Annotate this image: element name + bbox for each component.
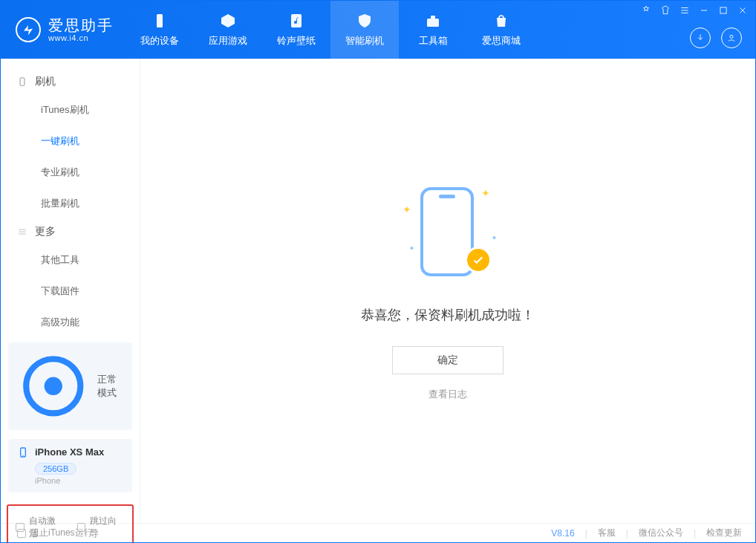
tab-cube[interactable]: 应用游戏 <box>194 1 262 59</box>
svg-point-8 <box>45 377 62 395</box>
sidebar-item[interactable]: 一键刷机 <box>1 126 140 157</box>
mode-panel[interactable]: 正常模式 <box>8 342 132 430</box>
footer-link[interactable]: 客服 <box>598 527 616 539</box>
music-icon <box>287 12 305 30</box>
skin-icon[interactable] <box>660 5 671 16</box>
window-controls <box>641 5 748 16</box>
footer-link[interactable]: 检查更新 <box>706 527 742 539</box>
toolbox-icon <box>424 12 442 30</box>
version-label: V8.16 <box>551 528 574 539</box>
logo-icon <box>16 17 41 42</box>
tab-bag[interactable]: 爱思商城 <box>467 1 535 59</box>
success-illustration: ✦ ✦ • • <box>400 181 496 285</box>
sparkle-icon: ✦ <box>403 204 411 215</box>
sidebar-group-title: 刷机 <box>35 75 56 88</box>
phone-icon <box>17 77 27 87</box>
sidebar-item[interactable]: 高级功能 <box>1 307 140 338</box>
checkbox-icon <box>17 529 26 538</box>
app-name-cn: 爱思助手 <box>48 17 114 33</box>
block-itunes-checkbox[interactable]: 阻止iTunes运行 <box>17 527 93 539</box>
feedback-icon[interactable] <box>641 5 651 16</box>
separator: | <box>585 528 587 539</box>
app-name-en: www.i4.cn <box>48 33 114 42</box>
svg-point-10 <box>22 455 23 455</box>
close-icon[interactable] <box>737 5 748 16</box>
block-itunes-label: 阻止iTunes运行 <box>30 527 93 539</box>
tab-label: 智能刷机 <box>345 34 384 48</box>
sidebar-item[interactable]: 批量刷机 <box>1 188 140 219</box>
top-tabs: 我的设备 应用游戏 铃声壁纸 智能刷机 工具箱 爱思商城 <box>126 1 535 59</box>
separator: | <box>626 528 628 539</box>
success-check-badge <box>465 247 492 273</box>
device-phone-icon <box>17 446 29 458</box>
header: 爱思助手 www.i4.cn 我的设备 应用游戏 铃声壁纸 智能刷机 工具箱 爱… <box>1 1 755 59</box>
svg-rect-3 <box>431 16 435 19</box>
tab-label: 我的设备 <box>140 34 179 48</box>
app-logo: 爱思助手 www.i4.cn <box>1 1 126 59</box>
tab-shield[interactable]: 智能刷机 <box>330 1 399 59</box>
sidebar-item[interactable]: 其他工具 <box>1 244 140 276</box>
cube-icon <box>219 12 237 30</box>
sparkle-icon: ✦ <box>481 187 490 199</box>
logo-text: 爱思助手 www.i4.cn <box>48 17 114 42</box>
sidebar: 刷机iTunes刷机一键刷机专业刷机批量刷机更多其他工具下载固件高级功能 正常模… <box>1 59 140 523</box>
tab-music[interactable]: 铃声壁纸 <box>262 1 330 59</box>
main-content: ✦ ✦ • • 恭喜您，保资料刷机成功啦！ 确定 查看日志 <box>140 59 755 523</box>
sidebar-group-header: 刷机 <box>1 69 140 94</box>
sidebar-item[interactable]: iTunes刷机 <box>1 94 140 126</box>
device-panel[interactable]: iPhone XS Max 256GB iPhone <box>8 439 132 492</box>
svg-rect-2 <box>427 19 439 27</box>
shield-icon <box>356 12 374 30</box>
tab-label: 爱思商城 <box>482 34 521 48</box>
menu-icon[interactable] <box>680 5 690 16</box>
svg-point-5 <box>730 35 733 38</box>
sidebar-group-header: 更多 <box>1 219 140 244</box>
bag-icon <box>492 12 510 30</box>
svg-rect-4 <box>720 7 726 13</box>
device-storage: 256GB <box>35 463 76 475</box>
tab-label: 工具箱 <box>419 34 448 48</box>
sidebar-item[interactable]: 下载固件 <box>1 276 140 307</box>
menu-icon <box>17 227 27 237</box>
tab-label: 铃声壁纸 <box>277 34 316 48</box>
maximize-icon[interactable] <box>718 5 729 16</box>
view-log-link[interactable]: 查看日志 <box>428 388 467 401</box>
tab-toolbox[interactable]: 工具箱 <box>399 1 467 59</box>
sidebar-item[interactable]: 专业刷机 <box>1 157 140 188</box>
account-button[interactable] <box>721 27 742 48</box>
mode-icon <box>17 350 90 423</box>
footer-right: V8.16|客服|微信公众号|检查更新 <box>551 527 742 539</box>
tab-device[interactable]: 我的设备 <box>126 1 194 59</box>
device-name: iPhone XS Max <box>35 446 104 458</box>
minimize-icon[interactable] <box>699 5 709 16</box>
sidebar-group-title: 更多 <box>35 225 56 238</box>
body: 刷机iTunes刷机一键刷机专业刷机批量刷机更多其他工具下载固件高级功能 正常模… <box>1 59 755 523</box>
svg-rect-6 <box>20 78 25 86</box>
device-icon <box>151 12 169 30</box>
tab-label: 应用游戏 <box>209 34 247 48</box>
svg-rect-0 <box>157 14 163 27</box>
header-right-icons <box>690 27 742 48</box>
device-type: iPhone <box>35 476 123 485</box>
download-button[interactable] <box>690 27 711 48</box>
sparkle-icon: • <box>410 242 414 254</box>
success-message: 恭喜您，保资料刷机成功啦！ <box>361 306 535 324</box>
ok-button[interactable]: 确定 <box>392 346 504 374</box>
option-label: 跳过向导 <box>90 515 125 540</box>
footer-link[interactable]: 微信公众号 <box>639 527 683 539</box>
sparkle-icon: • <box>492 232 496 244</box>
sidebar-nav: 刷机iTunes刷机一键刷机专业刷机批量刷机更多其他工具下载固件高级功能 <box>1 59 140 338</box>
mode-label: 正常模式 <box>97 373 123 400</box>
separator: | <box>694 528 696 539</box>
